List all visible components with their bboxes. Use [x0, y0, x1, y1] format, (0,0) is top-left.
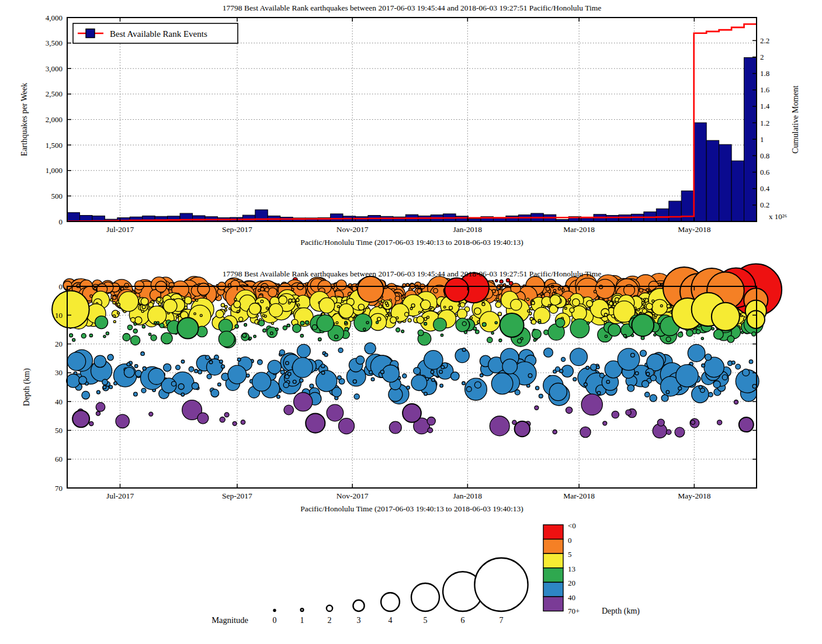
- depth-tick-label: 60: [55, 455, 63, 463]
- earthquake-point: [572, 306, 587, 320]
- earthquake-point: [261, 300, 263, 303]
- colorbar-swatch-purple: [543, 597, 563, 611]
- magnitude-sample-circle-7: [474, 558, 528, 611]
- earthquake-point: [722, 375, 727, 380]
- earthquake-point: [300, 379, 303, 382]
- earthquake-point: [67, 352, 85, 371]
- earthquake-point: [288, 372, 292, 376]
- y-left-tick-label: 500: [51, 192, 63, 200]
- earthquake-point: [580, 427, 591, 437]
- earthquake-point: [608, 324, 620, 336]
- magnitude-sample-circle-5: [411, 583, 439, 611]
- earthquake-point: [283, 382, 289, 387]
- x-tick-label: Jan-2018: [453, 491, 483, 500]
- earthquake-point: [220, 360, 223, 363]
- x-tick-label: Jul-2017: [106, 491, 134, 500]
- earthquake-point: [480, 374, 483, 378]
- earthquake-point: [294, 393, 313, 411]
- magnitude-sample-label: 2: [328, 616, 332, 625]
- earthquake-point: [606, 380, 610, 384]
- earthquake-point: [151, 335, 157, 341]
- earthquake-point: [734, 400, 738, 404]
- y-right-tick-label: 1.8: [760, 69, 769, 78]
- earthquake-figure: 05001,0001,5002,0002,5003,0003,5004,0000…: [0, 0, 822, 644]
- earthquake-point: [676, 365, 698, 387]
- earthquake-point: [206, 355, 210, 359]
- chart2-title: 17798 Best Available Rank earthquakes be…: [223, 269, 601, 278]
- chart1-legend: Best Available Rank Events: [73, 23, 238, 43]
- earthquake-point: [389, 314, 391, 316]
- earthquake-point: [103, 335, 106, 338]
- earthquake-point: [470, 317, 473, 319]
- earthquake-point: [561, 357, 566, 361]
- earthquake-point: [535, 406, 539, 410]
- earthquake-point: [666, 390, 670, 394]
- earthquake-point: [142, 305, 145, 309]
- earthquake-point: [553, 430, 557, 434]
- earthquake-point: [462, 321, 466, 326]
- earthquake-point: [395, 296, 400, 301]
- x-tick-label: Jul-2017: [106, 225, 134, 234]
- earthquake-point: [626, 410, 631, 415]
- colorbar-swatch-green: [543, 568, 563, 583]
- earthquake-point: [573, 299, 580, 306]
- depth-tick-label: 0: [59, 282, 63, 291]
- magnitude-sample-circle-4: [381, 593, 400, 611]
- earthquake-point: [639, 289, 643, 292]
- earthquake-point: [127, 362, 130, 366]
- magnitude-legend-label: Magnitude: [211, 615, 248, 625]
- y-right-tick-label: 0.6: [760, 168, 770, 176]
- earthquake-point: [221, 365, 225, 368]
- earthquake-point: [548, 304, 550, 307]
- y-left-tick-label: 1,000: [46, 166, 63, 175]
- earthquake-point: [586, 366, 589, 370]
- earthquake-point: [200, 314, 202, 317]
- earthquake-point: [411, 304, 415, 307]
- earthquake-figure-canvas: 05001,0001,5002,0002,5003,0003,5004,0000…: [0, 0, 822, 644]
- earthquake-point: [321, 364, 325, 368]
- earthquake-point: [95, 316, 108, 329]
- earthquake-point: [581, 394, 602, 415]
- x-tick-label: May-2018: [678, 225, 710, 234]
- earthquake-point: [70, 334, 73, 337]
- earthquake-point: [536, 386, 539, 390]
- earthquake-point: [339, 418, 355, 434]
- earthquake-point: [300, 321, 304, 326]
- y-left-tick-label: 3,500: [46, 39, 63, 47]
- featured-event: [515, 421, 530, 437]
- earthquake-point: [414, 368, 421, 375]
- earthquake-point: [337, 280, 346, 290]
- earthquake-point: [178, 384, 184, 390]
- featured-event: [500, 313, 524, 337]
- earthquake-point: [234, 298, 237, 300]
- earthquake-point: [220, 417, 225, 423]
- earthquake-point: [499, 339, 502, 342]
- earthquake-point: [411, 375, 427, 391]
- earthquake-point: [239, 317, 243, 321]
- earthquake-point: [318, 338, 322, 341]
- bar-week-11: [193, 216, 205, 221]
- colorbar-swatch-blue: [543, 582, 563, 597]
- earthquake-point: [500, 280, 503, 283]
- earthquake-point: [678, 332, 683, 337]
- earthquake-point: [596, 366, 600, 369]
- earthquake-point: [207, 374, 211, 379]
- earthquake-point: [96, 403, 105, 412]
- earthquake-point: [249, 337, 252, 340]
- earthquake-point: [356, 356, 364, 364]
- earthquake-point: [113, 315, 115, 317]
- earthquake-point: [403, 374, 407, 378]
- earthquake-point: [123, 334, 130, 341]
- bar-week-1: [67, 213, 79, 221]
- earthquake-point: [495, 321, 497, 324]
- earthquake-point: [279, 349, 285, 355]
- earthquake-point: [296, 299, 299, 302]
- y-left-tick-label: 2,500: [46, 89, 63, 98]
- earthquake-point: [161, 333, 173, 344]
- earthquake-point: [495, 279, 498, 282]
- earthquake-point: [382, 365, 400, 383]
- earthquake-point: [410, 307, 412, 310]
- earthquake-point: [379, 301, 381, 303]
- earthquake-point: [270, 332, 273, 335]
- featured-event: [177, 317, 198, 338]
